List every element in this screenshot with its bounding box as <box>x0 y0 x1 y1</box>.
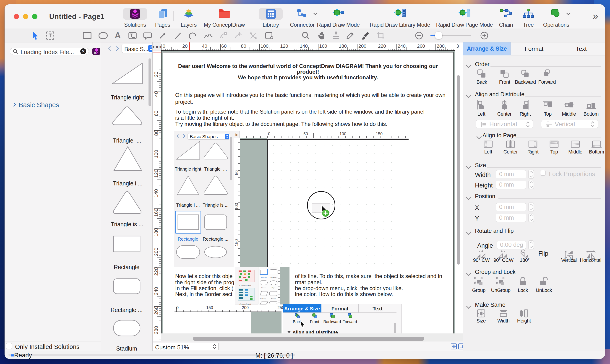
svg-text:A: A <box>115 31 121 40</box>
